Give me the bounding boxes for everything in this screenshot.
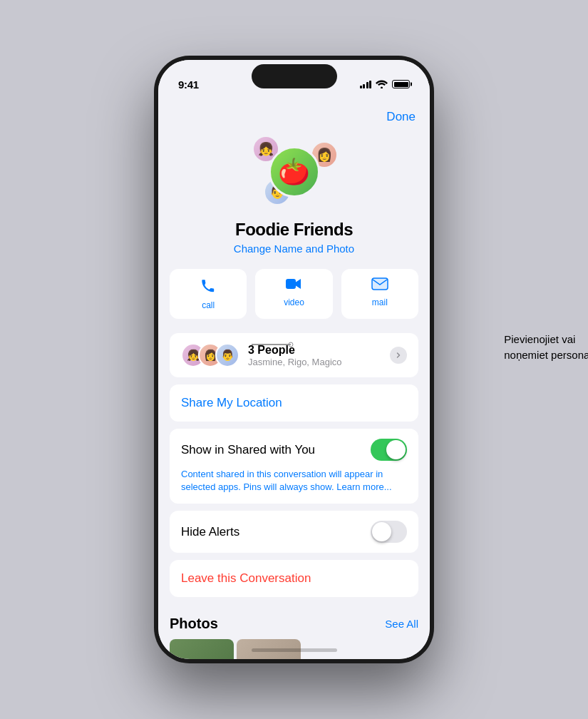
action-buttons-row: call video xyxy=(158,269,430,319)
hide-alerts-toggle[interactable] xyxy=(371,521,407,543)
home-indicator xyxy=(252,648,337,652)
people-card: 👧 👩 👨 3 People Jasmine, Rigo, Magico xyxy=(170,333,418,377)
dynamic-island xyxy=(252,64,337,88)
video-button[interactable]: video xyxy=(255,269,332,319)
avatar-cluster: 👧 🍅 👨 👩 xyxy=(248,133,341,211)
shared-with-you-toggle[interactable] xyxy=(371,439,407,461)
phone-screen: 9:41 xyxy=(158,60,430,659)
svg-point-0 xyxy=(381,87,383,89)
video-label: video xyxy=(284,297,304,307)
leave-text: Leave this Conversation xyxy=(181,571,311,585)
mini-avatar-3: 👨 xyxy=(215,343,239,367)
toggle-description: Content shared in this conversation will… xyxy=(181,468,407,494)
call-button[interactable]: call xyxy=(170,269,247,319)
share-location-text: Share My Location xyxy=(181,396,282,409)
people-info: 3 People Jasmine, Rigo, Magico xyxy=(248,344,390,367)
group-avatar-area: 👧 🍅 👨 👩 Foodie Friends Change Name and P… xyxy=(158,130,430,269)
svg-rect-2 xyxy=(372,278,388,290)
people-count: 3 People xyxy=(248,344,390,357)
status-icons xyxy=(360,80,411,88)
video-icon xyxy=(285,277,302,294)
mail-label: mail xyxy=(372,297,388,307)
people-names: Jasmine, Rigo, Magico xyxy=(248,357,390,367)
leave-conversation-card[interactable]: Leave this Conversation xyxy=(170,560,418,597)
svg-rect-1 xyxy=(286,279,296,289)
shared-with-you-card: Show in Shared with You Content shared i… xyxy=(170,429,418,504)
mail-icon xyxy=(371,277,388,294)
header-row: Done xyxy=(158,98,430,130)
call-label: call xyxy=(202,300,215,310)
signal-icon xyxy=(360,81,372,88)
avatar-main: 🍅 xyxy=(269,146,320,198)
content-area[interactable]: Done 👧 🍅 👨 👩 Foodie Friends Change Name … xyxy=(158,98,430,659)
photos-header: Photos See All xyxy=(158,604,430,639)
share-location-row[interactable]: Share My Location xyxy=(170,384,418,422)
photos-title: Photos xyxy=(170,616,218,632)
call-icon xyxy=(200,277,216,297)
people-chevron-button[interactable] xyxy=(390,347,407,364)
change-name-link[interactable]: Change Name and Photo xyxy=(234,243,354,255)
hide-alerts-label: Hide Alerts xyxy=(181,525,239,539)
photo-thumb-1[interactable] xyxy=(170,639,234,659)
shared-with-you-section: Show in Shared with You Content shared i… xyxy=(170,429,418,504)
annotation-popup: Pievienojiet vainoņemiet personas. xyxy=(504,331,588,363)
annotation-text: Pievienojiet vainoņemiet personas. xyxy=(504,331,588,363)
group-name: Foodie Friends xyxy=(235,220,353,240)
mail-button[interactable]: mail xyxy=(341,269,418,319)
learn-more-link[interactable]: Learn more... xyxy=(336,481,391,492)
see-all-link[interactable]: See All xyxy=(385,618,418,630)
status-time: 9:41 xyxy=(178,78,199,91)
people-avatars-mini: 👧 👩 👨 xyxy=(181,343,239,367)
shared-with-you-label: Show in Shared with You xyxy=(181,443,315,457)
toggle-knob-off xyxy=(372,522,391,541)
sheet: Done 👧 🍅 👨 👩 Foodie Friends Change Name … xyxy=(158,98,430,659)
share-location-card[interactable]: Share My Location xyxy=(170,384,418,422)
leave-row[interactable]: Leave this Conversation xyxy=(170,560,418,597)
phone-frame: 9:41 xyxy=(154,56,434,663)
hide-alerts-card: Hide Alerts xyxy=(170,511,418,553)
battery-icon xyxy=(392,80,410,88)
done-button[interactable]: Done xyxy=(386,110,416,124)
people-row[interactable]: 👧 👩 👨 3 People Jasmine, Rigo, Magico xyxy=(170,333,418,377)
shared-with-you-row: Show in Shared with You xyxy=(181,439,407,461)
hide-alerts-row: Hide Alerts xyxy=(170,511,418,553)
toggle-knob-on xyxy=(386,440,406,459)
wifi-icon xyxy=(376,80,388,88)
